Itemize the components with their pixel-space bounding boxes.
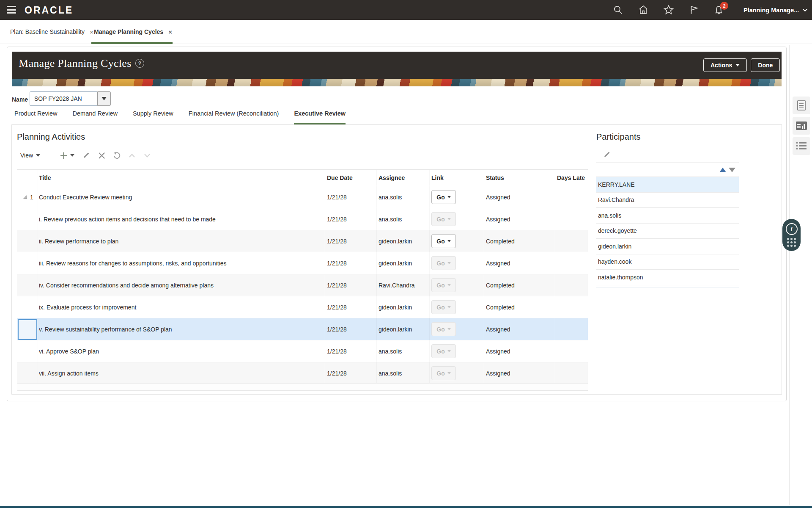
planning-activities-table: Title Due Date Assignee Link Status Days… [17,169,588,384]
chevron-down-icon [144,154,150,157]
activity-title: iii. Review reasons for changes to assum… [38,252,325,274]
participant-item[interactable]: dereck.goyette [596,224,739,239]
table-row[interactable]: ii. Review performance to plan 1/21/28 g… [17,230,588,252]
go-button[interactable]: Go [431,190,456,204]
row-number: 1 [30,194,33,201]
expand-node-icon[interactable] [23,195,27,199]
go-label: Go [436,238,444,245]
delete-activity-button[interactable] [96,150,107,161]
col-due-date[interactable]: Due Date [325,170,377,186]
side-panel-list-button[interactable] [793,137,810,155]
activity-status: Assigned [484,340,555,362]
activity-due: 1/21/28 [325,186,377,208]
table-row[interactable]: vi. Approve S&OP plan 1/21/28 ana.solis … [17,340,588,362]
favorites-star-icon[interactable] [663,4,675,16]
actions-button[interactable]: Actions [703,58,747,72]
info-icon[interactable]: i [786,223,798,235]
actions-button-label: Actions [710,62,732,69]
search-icon[interactable] [612,4,624,16]
page-title: Manage Planning Cycles [19,57,132,70]
help-widget[interactable]: i [782,219,801,251]
go-label: Go [436,216,444,223]
go-button-disabled: Go [431,366,456,380]
participant-item[interactable]: ana.solis [596,208,739,224]
activity-assignee: gideon.larkin [377,252,430,274]
participant-item-selected[interactable]: KERRY.LANE [596,177,739,193]
col-status[interactable]: Status [484,170,555,186]
chevron-down-icon [447,262,451,264]
side-panel-document-button[interactable] [793,97,810,114]
tab-demand-review[interactable]: Demand Review [73,110,118,125]
user-menu[interactable]: Planning Manage... [743,0,808,20]
table-row-selected[interactable]: v. Review sustainability performance of … [17,318,588,340]
app-grid-icon[interactable] [787,238,796,247]
table-header-row: Title Due Date Assignee Link Status Days… [17,169,588,186]
activity-title: ix. Evaluate process for improvement [38,296,325,318]
table-row[interactable]: vii. Assign action items 1/21/28 ana.sol… [17,362,588,384]
close-icon[interactable]: × [168,28,172,36]
go-label: Go [436,326,444,333]
menu-icon[interactable] [7,6,16,14]
col-assignee[interactable]: Assignee [377,170,430,186]
activity-assignee: ana.solis [377,340,430,362]
activity-days-late [555,230,588,252]
table-row[interactable]: 1 Conduct Executive Review meeting 1/21/… [17,186,588,208]
activity-title: vii. Assign action items [38,362,325,384]
col-days-late[interactable]: Days Late [555,170,588,186]
activity-due: 1/21/28 [325,296,377,318]
activity-status: Completed [484,230,555,252]
home-icon[interactable] [638,4,650,16]
participants-heading: Participants [596,132,641,142]
activity-days-late [555,362,588,384]
tab-manage-planning-cycles[interactable]: Manage Planning Cycles × [90,20,176,44]
tab-plan-baseline-sustainability[interactable]: Plan: Baseline Sustainability × [6,20,98,44]
list-icon [796,141,807,151]
planning-cycle-dropdown-button[interactable] [97,91,111,106]
edit-activity-button[interactable] [81,150,92,161]
participant-item[interactable]: hayden.cook [596,254,739,270]
view-menu-button[interactable]: View [20,152,40,159]
table-row[interactable]: i. Review previous action items and deci… [17,208,588,230]
tab-supply-review[interactable]: Supply Review [133,110,173,125]
active-tab-underline [91,42,173,44]
go-button[interactable]: Go [431,234,456,248]
planning-cycle-input[interactable] [30,91,97,106]
participant-item[interactable]: natalie.thompson [596,270,739,285]
col-title[interactable]: Title [38,170,325,186]
participant-item[interactable]: gideon.larkin [596,239,739,254]
side-panel-dashboard-button[interactable] [793,117,810,135]
go-label: Go [436,304,444,311]
refresh-icon[interactable] [111,150,122,161]
view-menu-label: View [20,152,33,159]
help-icon[interactable]: ? [135,59,144,68]
tab-product-review[interactable]: Product Review [14,110,58,125]
sort-ascending-icon[interactable] [719,168,726,172]
participant-item[interactable]: Ravi.Chandra [596,193,739,208]
activity-title: Conduct Executive Review meeting [38,186,325,208]
refresh-icon-glyph [113,152,121,160]
done-button-label: Done [758,62,773,69]
table-row[interactable]: ix. Evaluate process for improvement 1/2… [17,296,588,318]
go-label: Go [436,370,444,377]
divider [596,163,739,163]
activity-title: iv. Consider recommendations and decide … [38,274,325,296]
table-scrollbar-track[interactable] [17,383,588,391]
activity-status: Assigned [484,252,555,274]
sort-descending-icon[interactable] [729,168,735,172]
participants-list: KERRY.LANE Ravi.Chandra ana.solis dereck… [596,177,739,285]
go-label: Go [436,260,444,267]
user-menu-label: Planning Manage... [743,7,799,14]
chevron-down-icon [36,154,40,157]
notification-count-badge: 2 [720,2,728,10]
chevron-down-icon [447,196,451,198]
activity-due: 1/21/28 [325,340,377,362]
add-activity-button[interactable] [58,150,77,161]
tab-executive-review[interactable]: Executive Review [294,110,346,125]
col-link[interactable]: Link [430,170,484,186]
table-row[interactable]: iv. Consider recommendations and decide … [17,274,588,296]
done-button[interactable]: Done [751,58,780,72]
tab-financial-review[interactable]: Financial Review (Reconciliation) [189,110,279,125]
table-row[interactable]: iii. Review reasons for changes to assum… [17,252,588,274]
flag-icon[interactable] [689,4,700,16]
edit-participants-button[interactable] [601,149,612,160]
